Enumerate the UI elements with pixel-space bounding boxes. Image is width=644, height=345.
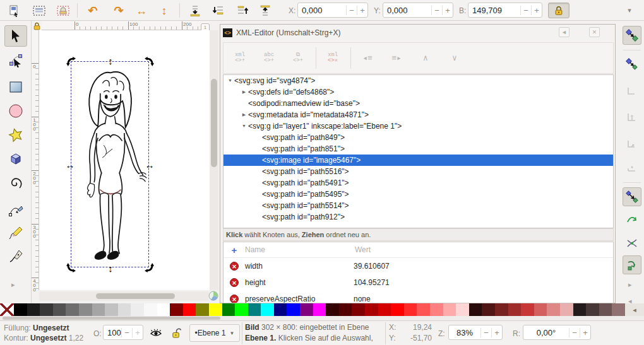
guide-lock-button[interactable] [32,21,42,30]
color-swatch[interactable] [183,303,196,316]
width-value[interactable]: 149,709 [468,6,520,15]
color-swatch[interactable] [521,303,534,316]
tree-expander-icon[interactable]: ▼ [240,120,248,132]
color-swatch[interactable] [508,303,522,316]
stroke-value[interactable]: Ungesetzt [30,334,66,342]
toolbar-overflow-button[interactable]: ▾ [621,3,638,18]
color-swatch[interactable] [456,303,469,316]
opacity-value[interactable]: 100 [104,328,121,337]
attribute-row[interactable]: ✕height104.95271 [224,274,613,291]
color-swatch[interactable] [196,303,209,316]
snap-bbox-centers-button[interactable] [623,158,641,177]
canvas[interactable]: ↕ ↕ ↔ ↔ [39,30,210,290]
delete-node-button[interactable]: xml<>✕ [320,45,345,71]
decrement-button[interactable]: − [346,6,357,15]
snap-bbox-corners-button[interactable] [623,108,641,127]
lock-ratio-button[interactable] [548,3,569,18]
color-swatch[interactable] [248,303,261,316]
deselect-button[interactable] [54,3,72,18]
x-value[interactable]: 0,000 [298,6,346,15]
no-color-swatch[interactable] [0,303,14,316]
snap-bbox-edges-button[interactable] [623,81,641,100]
zoom-spinner[interactable]: 83% − + [448,325,503,340]
palette-scroll-left-button[interactable]: ◂ [625,303,644,316]
canvas-vertical-scrollbar[interactable] [210,30,218,290]
toolbox-expander[interactable]: ▸ [11,281,15,289]
raise-to-top-button[interactable] [256,3,274,18]
color-swatch[interactable] [495,303,508,316]
xml-tree-row[interactable]: <svg:path id="path849"> [224,132,613,143]
color-managed-view-button[interactable] [208,291,218,301]
rotate-handle-top-left[interactable] [66,56,76,66]
color-swatch[interactable] [144,303,157,316]
rotate-ccw-button[interactable]: ↶ [84,3,102,18]
xml-tree-row[interactable]: ▼<svg:svg id="svg4874"> [224,75,613,86]
fill-value[interactable]: Ungesetzt [33,324,69,332]
color-swatch[interactable] [235,303,248,316]
star-tool-button[interactable] [4,124,27,146]
decrement-button[interactable]: − [121,328,132,337]
horizontal-ruler[interactable]: 0100200 [42,21,210,30]
new-element-node-button[interactable]: xml<>+ [227,45,253,71]
tree-expander-icon[interactable]: ▼ [226,75,234,86]
xml-tree-row[interactable]: <svg:path id="path912"> [224,211,613,223]
rectangle-tool-button[interactable] [4,76,27,98]
color-swatch[interactable] [573,303,587,316]
attribute-value[interactable]: 39.610607 [354,262,390,271]
xml-tree-row[interactable]: ▶<svg:defs id="defs4868"> [224,86,613,98]
xml-tree-row[interactable]: <svg:path id="path5516"> [224,166,613,177]
layer-lock-button[interactable] [168,325,184,341]
color-swatch[interactable] [222,303,236,316]
color-swatch[interactable] [417,303,430,316]
rotation-value[interactable]: 0,00° [523,328,569,337]
color-swatch[interactable] [326,303,339,316]
xml-node-label[interactable]: <svg:path id="path5495"> [262,189,349,200]
xml-node-label[interactable]: <svg:defs id="defs4868"> [248,86,334,98]
dock-panel-button[interactable]: ◄ [559,27,569,37]
node-tool-button[interactable] [4,50,27,71]
color-swatch[interactable] [443,303,456,316]
xml-node-label[interactable]: <svg:path id="path912"> [262,211,345,223]
attribute-name[interactable]: height [245,278,354,287]
selector-tool-button[interactable] [4,25,27,47]
color-swatch[interactable] [313,303,326,316]
canvas-horizontal-scrollbar[interactable] [39,291,208,301]
palette-scrollbar[interactable] [0,316,644,320]
color-swatch[interactable] [118,303,131,316]
color-swatch[interactable] [365,303,378,316]
xml-node-label[interactable]: <svg:svg id="svg4874"> [234,75,315,86]
move-node-down-button[interactable]: ∨ [442,45,467,71]
xml-tree-row[interactable]: <svg:path id="path5495"> [224,189,613,200]
xml-node-label[interactable]: <svg:path id="path851"> [262,143,345,155]
x-spinner[interactable]: 0,000 − + [297,3,368,18]
vertical-ruler[interactable]: 0100200300400 [32,30,39,290]
new-text-node-button[interactable]: abc<>+ [256,45,282,71]
color-swatch[interactable] [170,303,183,316]
scale-handle-bottom[interactable]: ↕ [105,263,116,273]
attribute-row[interactable]: ✕width39.610607 [224,258,613,274]
xml-node-label[interactable]: <svg:path id="path849"> [262,132,345,143]
scale-handle-left[interactable]: ↔ [65,160,75,170]
xml-tree-row[interactable]: <sodipodi:namedview id="base"> [224,98,613,109]
selection-box[interactable]: ↕ ↕ ↔ ↔ [71,61,149,267]
spiral-tool-button[interactable] [4,172,27,194]
move-node-up-button[interactable]: ∧ [413,45,438,71]
snap-cusp-nodes-button[interactable] [623,255,641,274]
scrollbar-thumb[interactable] [3,317,220,320]
decrement-button[interactable]: − [520,6,531,15]
color-swatch[interactable] [27,303,40,316]
unindent-node-button[interactable]: ◂≡ [355,45,380,71]
delete-attribute-icon[interactable]: ✕ [230,295,239,303]
color-swatch[interactable] [352,303,365,316]
color-swatch[interactable] [66,303,79,316]
tree-expander-icon[interactable]: ▶ [240,109,248,120]
lower-button[interactable] [210,3,227,18]
flip-vertical-button[interactable]: ↕ [155,3,173,18]
tree-expander-icon[interactable]: ▶ [240,86,248,98]
zoom-value[interactable]: 83% [449,328,480,337]
color-swatch[interactable] [560,303,573,316]
increment-button[interactable]: + [531,6,542,15]
delete-attribute-icon[interactable]: ✕ [230,278,239,287]
flip-horizontal-button[interactable]: ↔ [133,3,150,18]
scale-handle-right[interactable]: ↔ [145,160,155,170]
